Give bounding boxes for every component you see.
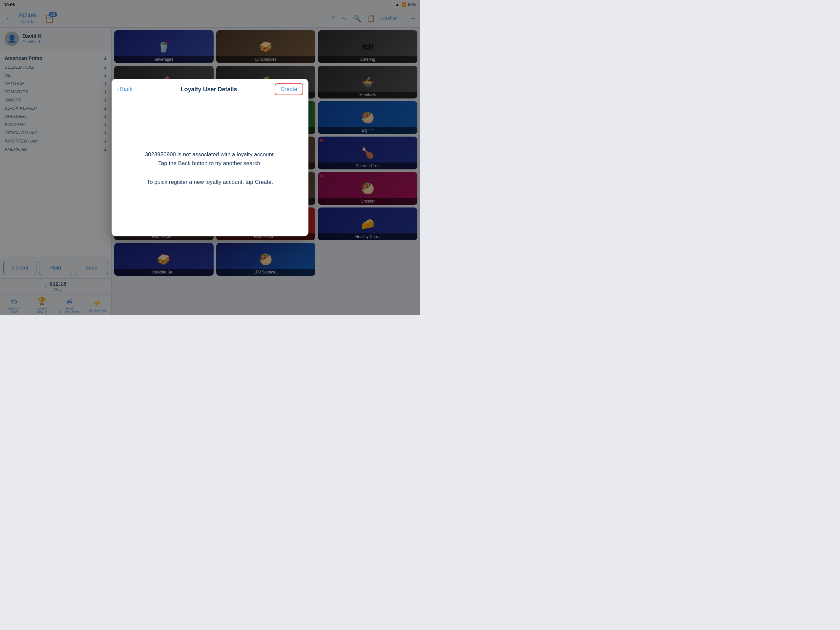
loyalty-modal: ‹ Back Loyalty User Details Create 30239… xyxy=(112,79,308,236)
modal-back-icon: ‹ xyxy=(117,86,119,93)
modal-body: 3023950900 is not associated with a loya… xyxy=(112,100,308,236)
modal-title: Loyalty User Details xyxy=(143,86,275,93)
modal-message: 3023950900 is not associated with a loya… xyxy=(145,150,275,168)
modal-overlay: ‹ Back Loyalty User Details Create 30239… xyxy=(0,0,420,315)
modal-header: ‹ Back Loyalty User Details Create xyxy=(112,79,308,100)
modal-back-button[interactable]: ‹ Back xyxy=(117,86,143,93)
modal-create-area: Create xyxy=(275,83,303,95)
modal-instruction: To quick register a new loyalty account,… xyxy=(147,177,273,187)
create-button[interactable]: Create xyxy=(275,83,303,95)
modal-back-label: Back xyxy=(120,86,133,93)
